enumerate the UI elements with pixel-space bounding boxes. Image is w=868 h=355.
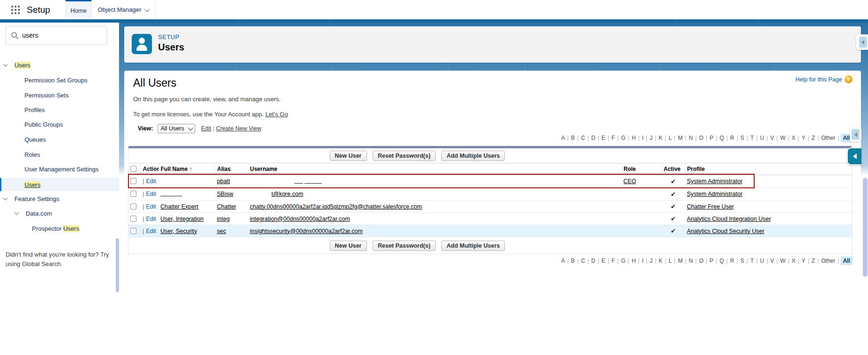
alphabet-link-v[interactable]: V — [769, 257, 775, 265]
sidebar-group-data-com[interactable]: Data.com — [15, 210, 52, 217]
alphabet-link-f[interactable]: F — [611, 134, 616, 142]
alphabet-link-c[interactable]: C — [580, 134, 586, 142]
alphabet-link-j[interactable]: J — [649, 134, 653, 142]
alias-link[interactable]: pbatt — [217, 178, 230, 185]
profile-link[interactable]: Chatter Free User — [687, 203, 734, 210]
create-new-view-link[interactable]: Create New View — [216, 125, 261, 132]
sidebar-item-queues[interactable]: Queues — [24, 136, 46, 143]
column-header-action[interactable]: Action — [141, 163, 159, 175]
alphabet-link-w[interactable]: W — [779, 134, 786, 142]
row-checkbox[interactable] — [130, 216, 136, 222]
alphabet-link-f[interactable]: F — [611, 257, 616, 265]
alphabet-link-t[interactable]: T — [749, 134, 755, 142]
edit-link[interactable]: Edit — [146, 216, 156, 222]
alphabet-link-a[interactable]: A — [560, 257, 566, 265]
column-header-full-name[interactable]: Full Name ↑ — [159, 163, 215, 175]
alphabet-link-e[interactable]: E — [601, 257, 606, 265]
alphabet-link-l[interactable]: L — [668, 257, 673, 265]
alphabet-link-u[interactable]: U — [759, 134, 765, 142]
view-select[interactable]: All Users — [158, 124, 195, 133]
row-checkbox[interactable] — [130, 203, 136, 210]
full-name-link[interactable]: User, Integration — [160, 216, 204, 222]
sidebar-item-prospector-users[interactable]: Prospector Users — [32, 225, 79, 232]
alphabet-link-e[interactable]: E — [601, 134, 606, 142]
alphabet-link-o[interactable]: O — [698, 257, 704, 265]
alphabet-link-n[interactable]: N — [688, 134, 694, 142]
alphabet-link-u[interactable]: U — [759, 257, 765, 265]
alias-link[interactable]: SBisw — [217, 191, 233, 197]
alphabet-link-q[interactable]: Q — [719, 134, 725, 142]
sidebar-item-permission-sets[interactable]: Permission Sets — [24, 92, 69, 99]
sidebar-scrollbar[interactable] — [116, 238, 119, 292]
reset-passwords-button[interactable]: Reset Password(s) — [373, 151, 436, 161]
alphabet-link-d[interactable]: D — [590, 134, 597, 142]
sidebar-item-roles[interactable]: Roles — [24, 151, 40, 158]
alphabet-link-x[interactable]: X — [791, 257, 796, 265]
alphabet-link-all[interactable]: All — [841, 257, 852, 265]
alphabet-link-v[interactable]: V — [769, 134, 775, 142]
alphabet-link-y[interactable]: Y — [801, 257, 806, 265]
column-header-active[interactable]: Active — [661, 163, 685, 175]
profile-link[interactable]: System Administrator — [687, 178, 742, 185]
alphabet-link-s[interactable]: S — [740, 134, 745, 142]
alphabet-link-g[interactable]: G — [620, 134, 626, 142]
profile-link[interactable]: Analytics Cloud Security User — [687, 228, 764, 234]
alphabet-link-s[interactable]: S — [740, 257, 745, 265]
alphabet-link-c[interactable]: C — [580, 257, 586, 265]
alphabet-link-z[interactable]: Z — [811, 134, 816, 142]
sidebar-item-public-groups[interactable]: Public Groups — [24, 121, 63, 128]
app-launcher-icon[interactable] — [11, 6, 20, 14]
full-name-link[interactable]: User, Security — [160, 228, 197, 234]
column-header-username[interactable]: Username — [248, 163, 621, 175]
page-scrollbar[interactable] — [863, 178, 868, 277]
username-link[interactable]: chatty.00dns00000a2arf2ar.iqd5qlzmp2fg@c… — [250, 203, 422, 210]
alphabet-link-other[interactable]: Other — [820, 134, 836, 142]
alphabet-link-h[interactable]: H — [631, 134, 637, 142]
view-edit-link[interactable]: Edit — [201, 125, 211, 132]
edit-link[interactable]: Edit — [146, 228, 156, 234]
quick-find-input[interactable] — [6, 26, 107, 45]
lets-go-link[interactable]: Let's Go — [265, 111, 288, 118]
alphabet-link-n[interactable]: N — [688, 257, 694, 265]
add-multiple-users-button[interactable]: Add Multiple Users — [441, 241, 505, 251]
alphabet-link-t[interactable]: T — [749, 257, 755, 265]
edit-link[interactable]: Edit — [146, 191, 156, 197]
alphabet-link-r[interactable]: R — [729, 134, 735, 142]
release-notes-toggle[interactable] — [847, 147, 861, 165]
alphabet-link-a[interactable]: A — [560, 134, 566, 142]
role-link[interactable]: CEO — [623, 178, 636, 185]
alias-link[interactable]: Chatter — [217, 203, 236, 210]
select-all-checkbox[interactable] — [130, 166, 136, 172]
alphabet-link-other[interactable]: Other — [820, 257, 836, 265]
collapse-panel-toggle-middle[interactable] — [850, 127, 861, 142]
column-header-alias[interactable]: Alias — [215, 163, 248, 175]
column-header-profile[interactable]: Profile — [685, 163, 852, 175]
alphabet-link-p[interactable]: P — [709, 134, 714, 142]
sidebar-item-profiles[interactable]: Profiles — [24, 106, 45, 113]
row-checkbox[interactable] — [130, 178, 136, 184]
alphabet-link-x[interactable]: X — [791, 134, 796, 142]
alphabet-link-m[interactable]: M — [677, 257, 684, 265]
row-checkbox[interactable] — [130, 191, 136, 197]
new-user-button[interactable]: New User — [330, 151, 367, 161]
alphabet-link-g[interactable]: G — [620, 257, 626, 265]
sidebar-item-user-management-settings[interactable]: User Management Settings — [24, 166, 99, 173]
sidebar-item-permission-set-groups[interactable]: Permission Set Groups — [24, 77, 88, 84]
alphabet-link-b[interactable]: B — [570, 134, 576, 142]
profile-link[interactable]: System Administrator — [687, 191, 742, 197]
alphabet-link-h[interactable]: H — [631, 257, 637, 265]
username-link[interactable]: t@kore.com — [271, 191, 303, 197]
alphabet-link-m[interactable]: M — [677, 134, 684, 142]
alphabet-link-l[interactable]: L — [668, 134, 673, 142]
tab-home[interactable]: Home — [65, 0, 92, 19]
help-icon[interactable]: ? — [844, 75, 852, 83]
collapse-panel-toggle-top[interactable] — [856, 34, 868, 50]
alphabet-link-k[interactable]: K — [658, 257, 663, 265]
alphabet-link-p[interactable]: P — [709, 257, 714, 265]
help-for-this-page-link[interactable]: Help for this Page — [796, 76, 842, 83]
profile-link[interactable]: Analytics Cloud Integration User — [687, 216, 771, 222]
username-link[interactable]: insightssecurity@00dns00000a2arf2ar.com — [250, 228, 363, 234]
alphabet-link-i[interactable]: I — [641, 257, 644, 265]
alphabet-link-b[interactable]: B — [570, 257, 576, 265]
alphabet-link-d[interactable]: D — [590, 257, 597, 265]
